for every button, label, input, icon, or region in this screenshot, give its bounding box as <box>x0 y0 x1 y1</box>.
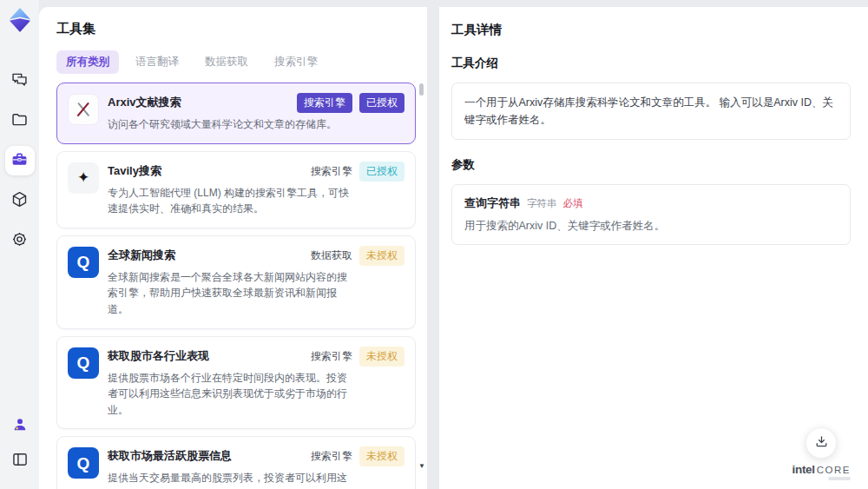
folder-icon <box>10 110 29 131</box>
auth-status-badge: 未授权 <box>359 446 404 466</box>
app-logo[interactable] <box>7 7 33 33</box>
tool-description: 访问各个研究领域大量科学论文和文章的存储库。 <box>108 116 352 133</box>
params-heading: 参数 <box>451 157 851 173</box>
tool-intro-box: 一个用于从Arxiv存储库搜索科学论文和文章的工具。 输入可以是Arxiv ID… <box>451 83 851 140</box>
sidebar-bottom <box>5 411 35 475</box>
auth-status-badge: 未授权 <box>359 347 404 367</box>
tool-card[interactable]: Arxiv文献搜索 访问各个研究领域大量科学论文和文章的存储库。 搜索引擎 已授… <box>56 83 416 144</box>
tool-description: 提供当天交易量最高的股票列表，投资者可以利用这些信息来识别流动性强的股票和潜在的… <box>108 470 352 489</box>
tool-badges: 搜索引擎 已授权 <box>311 162 404 182</box>
tavily-icon: ✦ <box>68 162 99 194</box>
tab-2[interactable]: 数据获取 <box>195 50 258 74</box>
intel-sub-badge <box>828 477 851 480</box>
param-desc: 用于搜索的Arxiv ID、关键字或作者姓名。 <box>464 219 838 234</box>
detail-panel: 工具详情 工具介绍 一个用于从Arxiv存储库搜索科学论文和文章的工具。 输入可… <box>439 7 868 489</box>
param-box: 查询字符串 字符串 必填 用于搜索的Arxiv ID、关键字或作者姓名。 <box>451 184 851 245</box>
category-badge: 搜索引擎 <box>297 93 352 113</box>
intro-heading: 工具介绍 <box>451 56 851 71</box>
download-icon <box>814 434 829 452</box>
tool-badges: 数据获取 未授权 <box>311 246 404 266</box>
sidebar-nav <box>5 66 35 255</box>
arxiv-icon <box>68 94 99 125</box>
toolbox-icon <box>10 150 29 171</box>
sidebar-item-folder[interactable] <box>5 106 35 135</box>
category-badge: 搜索引擎 <box>311 349 352 364</box>
param-header: 查询字符串 字符串 必填 <box>464 195 838 211</box>
tool-badges: 搜索引擎 未授权 <box>311 446 404 466</box>
tool-description: 全球新闻搜索是一个聚合全球各大新闻网站内容的搜索引擎，帮助用户快速获取全球最新资… <box>108 269 352 318</box>
tool-card[interactable]: Q 获取市场最活跃股票信息 提供当天交易量最高的股票列表，投资者可以利用这些信息… <box>56 436 416 489</box>
tab-1[interactable]: 语言翻译 <box>126 50 188 74</box>
scrollbar-thumb[interactable] <box>419 83 424 96</box>
detail-title: 工具详情 <box>451 22 851 38</box>
category-badge: 搜索引擎 <box>311 164 352 179</box>
auth-status-badge: 已授权 <box>359 162 404 182</box>
user-icon <box>11 416 29 436</box>
tool-badges: 搜索引擎 未授权 <box>311 347 404 367</box>
main-content: 工具集 所有类别语言翻译数据获取搜索引擎 Arxiv文献搜索 访问各个研究领域大… <box>39 7 868 489</box>
tool-description: 提供股票市场各个行业在特定时间段内的表现。投资者可以利用这些信息来识别表现优于或… <box>108 370 352 419</box>
scrollbar-down-arrow[interactable]: ▼ <box>418 462 425 470</box>
intel-core-logo: intel CORE <box>792 463 852 480</box>
tools-panel: 工具集 所有类别语言翻译数据获取搜索引擎 Arxiv文献搜索 访问各个研究领域大… <box>39 7 427 489</box>
sidebar-item-settings[interactable] <box>5 226 35 255</box>
sidebar-item-panel-toggle[interactable] <box>5 446 35 475</box>
sidebar-item-toolbox[interactable] <box>5 146 35 175</box>
tool-card[interactable]: Q 获取股市各行业表现 提供股票市场各个行业在特定时间段内的表现。投资者可以利用… <box>56 336 416 430</box>
category-tabs: 所有类别语言翻译数据获取搜索引擎 <box>56 50 427 74</box>
panel-divider <box>427 7 439 489</box>
qblue-icon: Q <box>68 247 99 278</box>
tab-0[interactable]: 所有类别 <box>56 50 119 74</box>
core-wordmark: CORE <box>817 465 851 475</box>
tool-card[interactable]: Q 全球新闻搜索 全球新闻搜索是一个聚合全球各大新闻网站内容的搜索引擎，帮助用户… <box>56 235 416 329</box>
auth-status-badge: 未授权 <box>359 246 404 266</box>
settings-icon <box>10 230 29 251</box>
qblue-icon: Q <box>68 447 99 479</box>
qblue-icon: Q <box>68 347 99 379</box>
cube-icon <box>10 190 29 211</box>
panel-toggle-icon <box>11 451 29 471</box>
intel-wordmark: intel <box>792 463 815 476</box>
category-badge: 搜索引擎 <box>311 449 352 464</box>
param-name: 查询字符串 <box>464 195 521 211</box>
category-badge: 数据获取 <box>311 248 352 263</box>
tab-3[interactable]: 搜索引擎 <box>265 50 327 74</box>
tool-badges: 搜索引擎 已授权 <box>297 93 404 113</box>
tool-list: Arxiv文献搜索 访问各个研究领域大量科学论文和文章的存储库。 搜索引擎 已授… <box>56 83 416 489</box>
floating-actions: intel CORE <box>792 427 852 480</box>
download-button[interactable] <box>806 427 837 459</box>
sidebar <box>0 0 39 489</box>
sidebar-item-user[interactable] <box>5 411 35 440</box>
tool-card[interactable]: ✦ Tavily搜索 专为人工智能代理 (LLM) 构建的搜索引擎工具，可快速提… <box>56 151 416 228</box>
scrollbar[interactable]: ▼ <box>419 76 424 486</box>
chat-icon <box>10 70 29 91</box>
sidebar-item-chat[interactable] <box>5 66 35 96</box>
param-type: 字符串 <box>527 197 557 210</box>
sidebar-item-cube[interactable] <box>5 186 35 215</box>
tool-description: 专为人工智能代理 (LLM) 构建的搜索引擎工具，可快速提供实时、准确和真实的结… <box>108 185 352 217</box>
param-required-flag: 必填 <box>563 197 583 210</box>
page-title: 工具集 <box>56 21 427 37</box>
auth-status-badge: 已授权 <box>359 93 404 113</box>
